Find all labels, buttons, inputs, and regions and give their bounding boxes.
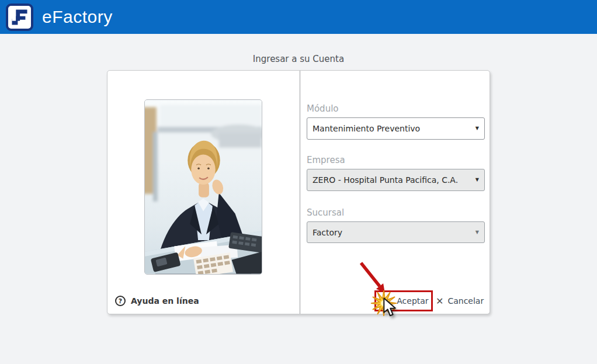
sucursal-selected-value: Factory [313,228,342,237]
checkmark-icon: ✓ [384,295,393,307]
app-header: eFactory [0,0,597,34]
cancel-button-label: Cancelar [447,296,484,306]
help-online-label: Ayuda en línea [131,296,199,306]
page-title: Ingresar a su Cuenta [0,54,597,64]
accept-button-label: Aceptar [397,296,428,306]
chevron-down-icon: ▼ [475,178,479,182]
help-online-link[interactable]: ? Ayuda en línea [115,294,199,307]
close-x-icon: ✕ [436,296,443,307]
app-title: eFactory [42,7,113,27]
modulo-select[interactable]: Mantenimiento Preventivo ▼ [307,117,485,140]
login-photo [144,99,262,275]
login-card: ? Ayuda en línea Módulo Mantenimiento Pr… [107,70,490,314]
question-mark-icon: ? [115,296,126,306]
empresa-selected-value: ZERO - Hospital Punta Pacifica, C.A. [313,175,458,185]
chevron-down-icon: ▼ [475,126,479,131]
question-mark-glyph: ? [119,298,122,304]
modulo-label: Módulo [307,103,485,114]
accept-button[interactable]: ✓ Aceptar [384,292,429,310]
card-divider [300,71,300,314]
chevron-down-icon: ▼ [475,230,479,235]
sucursal-label: Sucursal [307,207,485,218]
empresa-label: Empresa [307,155,485,165]
sucursal-select[interactable]: Factory ▼ [307,221,485,243]
empresa-select[interactable]: ZERO - Hospital Punta Pacifica, C.A. ▼ [307,169,485,191]
efactory-logo-icon[interactable] [6,4,33,31]
cancel-button[interactable]: ✕ Cancelar [436,292,484,310]
logo-f-glyph [11,8,29,26]
modulo-selected-value: Mantenimiento Preventivo [313,124,420,133]
